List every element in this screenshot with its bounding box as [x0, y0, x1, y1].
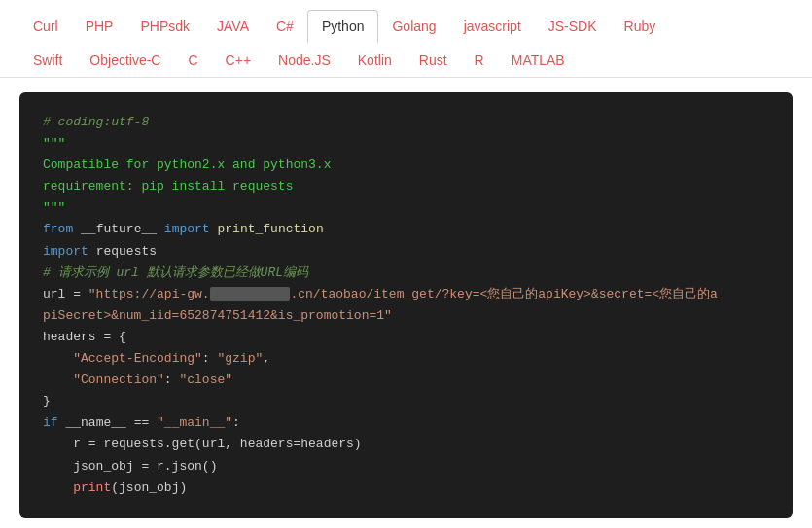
tab-objective-c[interactable]: Objective-C: [76, 45, 174, 78]
code-line-7: import requests: [43, 241, 769, 263]
code-line-4: requirement: pip install requests: [43, 176, 769, 197]
code-line-10: piSecret>&num_iid=652874751412&is_promot…: [43, 305, 769, 327]
code-line-3: Compatible for python2.x and python3.x: [43, 155, 769, 176]
tabs-container: Curl PHP PHPsdk JAVA C# Python Golang ja…: [0, 0, 812, 78]
tab-csharp[interactable]: C#: [263, 10, 307, 44]
code-line-13: "Connection": "close": [43, 370, 769, 391]
code-line-14: }: [43, 391, 769, 412]
code-line-15: if __name__ == "__main__":: [43, 412, 769, 434]
code-line-17: json_obj = r.json(): [43, 456, 769, 477]
tab-rust[interactable]: Rust: [406, 45, 461, 78]
tab-kotlin[interactable]: Kotlin: [344, 45, 406, 78]
tab-matlab[interactable]: MATLAB: [498, 45, 579, 78]
tab-javascript[interactable]: javascript: [450, 10, 535, 44]
code-line-6: from __future__ import print_function: [43, 219, 769, 240]
tab-java[interactable]: JAVA: [203, 10, 263, 44]
code-line-1: # coding:utf-8: [43, 112, 769, 133]
tabs-row-1: Curl PHP PHPsdk JAVA C# Python Golang ja…: [19, 10, 793, 43]
tabs-row-2: Swift Objective-C C C++ Node.JS Kotlin R…: [19, 45, 793, 77]
tab-c[interactable]: C: [174, 45, 211, 78]
tab-ruby[interactable]: Ruby: [611, 10, 670, 44]
code-line-18: print(json_obj): [43, 477, 769, 499]
code-line-11: headers = {: [43, 327, 769, 348]
tab-r[interactable]: R: [461, 45, 498, 78]
tab-cpp[interactable]: C++: [212, 45, 265, 78]
code-line-9: url = "https://api-gw. .cn/taobao/item_g…: [43, 284, 769, 305]
code-block: # coding:utf-8 """ Compatible for python…: [19, 92, 793, 518]
tab-jssdk[interactable]: JS-SDK: [535, 10, 611, 44]
tab-golang[interactable]: Golang: [378, 10, 449, 44]
tab-python[interactable]: Python: [307, 10, 379, 44]
code-line-8: # 请求示例 url 默认请求参数已经做URL编码: [43, 263, 769, 284]
code-line-12: "Accept-Encoding": "gzip",: [43, 348, 769, 370]
code-line-16: r = requests.get(url, headers=headers): [43, 434, 769, 455]
tab-swift[interactable]: Swift: [19, 45, 76, 78]
code-line-5: """: [43, 197, 769, 219]
tab-nodejs[interactable]: Node.JS: [265, 45, 344, 78]
tab-phpsdk[interactable]: PHPsdk: [126, 10, 203, 44]
code-line-2: """: [43, 133, 769, 155]
tab-curl[interactable]: Curl: [19, 10, 72, 44]
tab-php[interactable]: PHP: [72, 10, 127, 44]
